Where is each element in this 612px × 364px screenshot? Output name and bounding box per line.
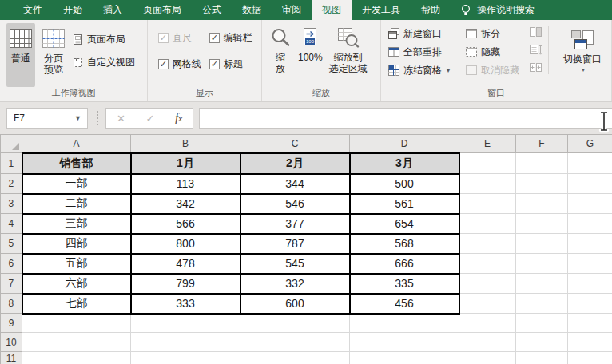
cell-F2[interactable] <box>516 174 568 194</box>
cell-F6[interactable] <box>516 254 568 274</box>
switch-windows-button[interactable]: 切换窗口 ▾ <box>554 26 611 87</box>
cell-A10[interactable] <box>22 333 131 352</box>
page-break-preview-button[interactable]: 分页 预览 <box>39 23 68 87</box>
col-header-A[interactable]: A <box>22 135 131 153</box>
cell-F5[interactable] <box>516 234 568 254</box>
cell-C9[interactable] <box>240 314 350 333</box>
row-header-6[interactable]: 6 <box>1 254 22 274</box>
cell-G6[interactable] <box>568 254 612 274</box>
cell-E4[interactable] <box>459 214 516 234</box>
cell-A1[interactable]: 销售部 <box>22 153 131 174</box>
cell-F3[interactable] <box>516 194 568 214</box>
normal-view-button[interactable]: 普通 <box>6 23 35 87</box>
cell-D9[interactable] <box>350 314 459 333</box>
checkbox-gridlines-box[interactable]: ✓ <box>158 59 169 69</box>
row-header-9[interactable]: 9 <box>1 314 22 333</box>
cell-D1[interactable]: 3月 <box>350 153 459 174</box>
row-header-2[interactable]: 2 <box>1 174 22 194</box>
cell-G10[interactable] <box>568 333 612 352</box>
cell-G11[interactable] <box>568 352 612 364</box>
tab-data[interactable]: 数据 <box>232 0 272 20</box>
freeze-panes-button[interactable]: 冻结窗格 ▾ <box>387 62 465 78</box>
cell-A6[interactable]: 五部 <box>22 254 131 274</box>
cell-F1[interactable] <box>516 153 568 174</box>
cell-D10[interactable] <box>350 333 459 352</box>
cell-G4[interactable] <box>568 214 612 234</box>
cell-E1[interactable] <box>459 153 516 174</box>
cell-C8[interactable]: 600 <box>240 294 350 314</box>
cell-B6[interactable]: 478 <box>131 254 240 274</box>
row-header-10[interactable]: 10 <box>1 333 22 352</box>
cell-E9[interactable] <box>459 314 516 333</box>
row-header-7[interactable]: 7 <box>1 274 22 294</box>
tab-insert[interactable]: 插入 <box>93 0 133 20</box>
cell-A11[interactable] <box>22 352 131 364</box>
cell-A2[interactable]: 一部 <box>22 174 131 194</box>
name-box-dropdown-arrow[interactable]: ▼ <box>74 114 87 122</box>
tab-formulas[interactable]: 公式 <box>192 0 232 20</box>
cell-A7[interactable]: 六部 <box>22 274 131 294</box>
cell-G3[interactable] <box>568 194 612 214</box>
tab-review[interactable]: 审阅 <box>272 0 312 20</box>
cell-D2[interactable]: 500 <box>350 174 459 194</box>
cell-B4[interactable]: 566 <box>131 214 240 234</box>
cell-F4[interactable] <box>516 214 568 234</box>
checkbox-formula-bar-box[interactable]: ✓ <box>209 33 220 43</box>
cell-G9[interactable] <box>568 314 612 333</box>
cell-B8[interactable]: 333 <box>131 294 240 314</box>
cell-A4[interactable]: 三部 <box>22 214 131 234</box>
zoom-button[interactable]: 缩 放 <box>267 23 294 87</box>
row-header-11[interactable]: 11 <box>1 352 22 364</box>
tab-developer[interactable]: 开发工具 <box>352 0 411 20</box>
row-header-8[interactable]: 8 <box>1 294 22 314</box>
cell-A9[interactable] <box>22 314 131 333</box>
cell-A3[interactable]: 二部 <box>22 194 131 214</box>
cell-D6[interactable]: 666 <box>350 254 459 274</box>
cell-G2[interactable] <box>568 174 612 194</box>
cell-B9[interactable] <box>131 314 240 333</box>
cell-B2[interactable]: 113 <box>131 174 240 194</box>
cell-C4[interactable]: 377 <box>240 214 350 234</box>
cell-C2[interactable]: 344 <box>240 174 350 194</box>
cell-D4[interactable]: 654 <box>350 214 459 234</box>
col-header-E[interactable]: E <box>459 135 516 153</box>
cell-F8[interactable] <box>516 294 568 314</box>
cell-D3[interactable]: 561 <box>350 194 459 214</box>
checkbox-headings-box[interactable]: ✓ <box>209 59 220 69</box>
page-layout-view-button[interactable]: 页面布局 <box>72 31 135 47</box>
row-header-3[interactable]: 3 <box>1 194 22 214</box>
row-header-4[interactable]: 4 <box>1 214 22 234</box>
cell-D7[interactable]: 335 <box>350 274 459 294</box>
tell-me-search[interactable]: 操作说明搜索 <box>451 0 544 20</box>
checkbox-gridlines[interactable]: ✓网格线 <box>158 57 209 71</box>
insert-function-icon[interactable]: fx <box>175 112 182 125</box>
tab-file[interactable]: 文件 <box>13 0 53 20</box>
cell-D5[interactable]: 568 <box>350 234 459 254</box>
cell-G5[interactable] <box>568 234 612 254</box>
cell-A5[interactable]: 四部 <box>22 234 131 254</box>
cell-B1[interactable]: 1月 <box>131 153 240 174</box>
cell-F11[interactable] <box>516 352 568 364</box>
cell-D8[interactable]: 456 <box>350 294 459 314</box>
cell-E5[interactable] <box>459 234 516 254</box>
col-header-D[interactable]: D <box>350 135 459 153</box>
cell-C11[interactable] <box>240 352 350 364</box>
cell-C5[interactable]: 787 <box>240 234 350 254</box>
zoom-100-button[interactable]: 100 100% <box>296 23 325 87</box>
zoom-to-selection-button[interactable]: 缩放到 选定区域 <box>327 23 370 87</box>
cell-G7[interactable] <box>568 274 612 294</box>
cell-C6[interactable]: 545 <box>240 254 350 274</box>
cell-E11[interactable] <box>459 352 516 364</box>
new-window-button[interactable]: 新建窗口 <box>387 26 465 42</box>
cell-E2[interactable] <box>459 174 516 194</box>
tab-help[interactable]: 帮助 <box>411 0 451 20</box>
cell-B7[interactable]: 799 <box>131 274 240 294</box>
formula-input[interactable] <box>199 108 612 129</box>
cell-C1[interactable]: 2月 <box>240 153 350 174</box>
custom-views-button[interactable]: 自定义视图 <box>72 54 135 70</box>
cell-F9[interactable] <box>516 314 568 333</box>
cell-F10[interactable] <box>516 333 568 352</box>
cell-B3[interactable]: 342 <box>131 194 240 214</box>
hide-button[interactable]: 隐藏 <box>465 44 524 60</box>
select-all-corner[interactable] <box>1 135 22 153</box>
